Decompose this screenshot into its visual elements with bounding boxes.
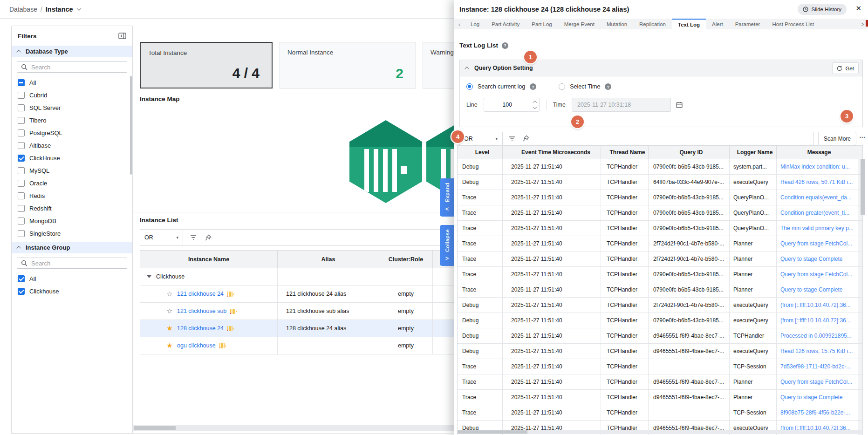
log-row[interactable]: Debug 2025-11-27 11:51:40 TCPHandler 079…	[458, 313, 862, 328]
scrollbar-track[interactable]	[858, 405, 862, 420]
checkbox[interactable]	[18, 288, 25, 295]
checkbox[interactable]	[18, 79, 25, 86]
get-button[interactable]: Get	[832, 62, 859, 74]
log-row[interactable]: Debug 2025-11-27 11:51:40 TCPHandler d94…	[458, 343, 862, 359]
log-row[interactable]: Trace 2025-11-27 11:51:40 TCPHandler 079…	[458, 266, 862, 282]
log-row[interactable]: Trace 2025-11-27 11:51:40 TCPHandler d94…	[458, 389, 862, 405]
message-link[interactable]: The min valid primary key p...	[777, 221, 858, 236]
col-query-id[interactable]: Query ID	[649, 146, 730, 159]
scrollbar-track[interactable]	[858, 359, 862, 374]
detail-tab[interactable]: Part Activity	[485, 19, 526, 29]
checkbox[interactable]	[18, 142, 25, 149]
tab-scroll-left[interactable]: ‹	[454, 19, 465, 29]
breadcrumb-parent[interactable]: Database	[9, 6, 37, 13]
instance-group-option[interactable]: Clickhouse	[18, 287, 132, 296]
detail-tab[interactable]: Mutation	[601, 19, 633, 29]
radio-search-current-log[interactable]	[466, 83, 473, 90]
detail-tab[interactable]: Replication	[633, 19, 672, 29]
scrollbar-thumb[interactable]	[134, 426, 176, 430]
filter-icon[interactable]	[190, 234, 197, 241]
message-link[interactable]: Query from stage FetchCol...	[777, 374, 858, 389]
instance-group-row[interactable]: Clickhouse	[140, 268, 506, 285]
card-total-instance[interactable]: Total Instance 4 / 4	[140, 42, 273, 88]
checkbox[interactable]	[18, 180, 25, 187]
sidebar-scrollbar[interactable]	[130, 76, 132, 175]
pin-icon[interactable]	[522, 135, 529, 142]
detail-tab[interactable]: Merge Event	[558, 19, 601, 29]
message-link[interactable]: Query to stage Complete	[777, 282, 858, 297]
database-type-option[interactable]: MongoDB	[18, 217, 132, 225]
favorite-star-icon[interactable]	[166, 341, 173, 350]
message-link[interactable]: Processed in 0.009921895...	[777, 328, 858, 343]
slide-history-button[interactable]: Slide History	[798, 4, 847, 15]
message-link[interactable]: Condition equals(event_da...	[777, 190, 858, 205]
checkbox[interactable]	[18, 275, 25, 282]
line-count-input[interactable]	[484, 98, 540, 112]
collapse-panel-button[interactable]: Collapse >	[440, 225, 454, 266]
favorite-star-icon[interactable]	[166, 324, 173, 333]
database-type-option[interactable]: MySQL	[18, 166, 132, 175]
database-type-option[interactable]: Redis	[18, 191, 132, 200]
checkbox[interactable]	[18, 129, 25, 136]
favorite-star-icon[interactable]	[166, 307, 173, 315]
message-link[interactable]: Query to stage Complete	[777, 251, 858, 266]
scrollbar-thumb[interactable]	[458, 430, 527, 434]
checkbox[interactable]	[18, 192, 25, 199]
help-icon[interactable]: ?	[502, 42, 508, 49]
checkbox[interactable]	[18, 117, 25, 124]
scrollbar-track[interactable]	[858, 298, 862, 313]
detail-tab[interactable]: Parameter	[729, 19, 766, 29]
checkbox[interactable]	[18, 155, 25, 162]
checkbox[interactable]	[18, 167, 25, 174]
section-instance-group[interactable]: Instance Group	[12, 242, 132, 253]
message-link[interactable]: Query from stage FetchCol...	[777, 236, 858, 251]
instance-row[interactable]: 121 clickhouse 24 121 clickhouse 24 alia…	[140, 285, 506, 302]
caret-down-icon[interactable]	[147, 275, 151, 278]
message-link[interactable]: Query to stage Complete	[777, 390, 858, 405]
detail-tab[interactable]: Log	[465, 19, 485, 29]
scrollbar-track[interactable]	[858, 344, 862, 359]
detail-tab[interactable]: Host Process List	[766, 19, 820, 29]
message-link[interactable]: 8f908b75-28f6-4f56-b22e-...	[777, 405, 858, 420]
col-alias[interactable]: Alias	[278, 251, 379, 268]
database-type-option[interactable]: Altibase	[18, 141, 132, 150]
filter-icon[interactable]	[508, 136, 516, 142]
message-link[interactable]: Condition greater(event_ti...	[777, 205, 858, 220]
log-operator-select[interactable]: OR ▾	[459, 132, 502, 145]
database-type-option[interactable]: ClickHouse	[18, 154, 132, 163]
instance-name-link[interactable]: 121 clickhouse sub	[177, 308, 226, 314]
expand-panel-button[interactable]: Expand <	[440, 178, 454, 217]
log-row[interactable]: Trace 2025-11-27 11:51:40 TCPHandler TCP…	[458, 359, 862, 374]
scrollbar-track[interactable]	[858, 251, 862, 266]
log-row[interactable]: Trace 2025-11-27 11:51:40 TCPHandler d94…	[458, 374, 862, 389]
favorite-star-icon[interactable]	[166, 290, 173, 298]
scrollbar-track[interactable]	[858, 390, 862, 405]
col-thread-name[interactable]: Thread Name	[601, 146, 649, 159]
database-type-option[interactable]: Cubrid	[18, 91, 132, 100]
instance-name-link[interactable]: 128 clickhouse 24	[177, 325, 224, 332]
log-row[interactable]: Debug 2025-11-27 11:51:40 TCPHandler 64f…	[458, 174, 862, 190]
log-row[interactable]: Debug 2025-11-27 11:51:40 TCPHandler 079…	[458, 159, 862, 174]
col-instance-name[interactable]: Instance Name	[140, 251, 278, 268]
card-normal-instance[interactable]: Normal Instance 2	[280, 42, 416, 88]
log-filter-box[interactable]	[502, 132, 814, 145]
col-message[interactable]: Message	[777, 146, 858, 159]
instance-name-link[interactable]: 121 clickhouse 24	[177, 291, 224, 297]
query-option-header[interactable]: Query Option Setting Get	[460, 60, 862, 76]
message-link[interactable]: Read 126 rows, 15.75 KiB i...	[777, 344, 858, 359]
scrollbar-track[interactable]	[858, 221, 862, 236]
scrollbar-track[interactable]	[858, 374, 862, 389]
detail-tab[interactable]: Part Log	[526, 19, 558, 29]
scrollbar-track[interactable]	[858, 267, 862, 282]
close-icon[interactable]: ✕	[855, 4, 861, 13]
stepper-down-icon[interactable]	[533, 105, 536, 109]
message-link[interactable]: MinMax index condition: u...	[777, 159, 858, 174]
help-icon[interactable]: ?	[605, 83, 611, 90]
more-options-icon[interactable]: ⋯	[859, 134, 866, 141]
database-type-option[interactable]: Tibero	[18, 116, 132, 125]
instance-row[interactable]: 121 clickhouse sub 121 clickhouse sub al…	[140, 302, 506, 319]
message-link[interactable]: (from [::ffff:10.10.40.72]:36...	[777, 298, 858, 313]
log-row[interactable]: Trace 2025-11-27 11:51:40 TCPHandler TCP…	[458, 405, 862, 420]
number-stepper[interactable]	[533, 101, 536, 109]
breadcrumb-current[interactable]: Instance	[46, 6, 81, 13]
